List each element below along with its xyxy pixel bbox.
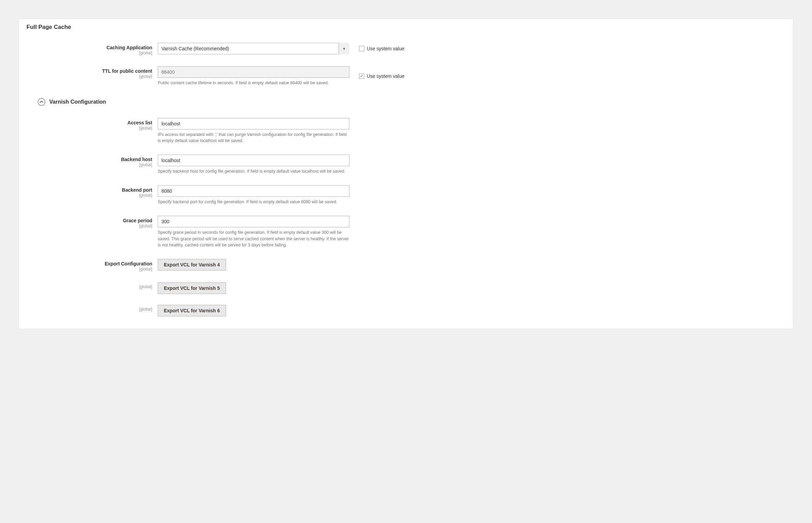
scope-label: [global] — [22, 51, 152, 55]
scope-label: [global] — [22, 193, 152, 198]
full-page-cache-panel: Full Page Cache Caching Application [glo… — [19, 19, 793, 329]
grace-period-helper: Specify grace period in seconds for conf… — [158, 229, 349, 248]
grace-period-label: Grace period — [123, 218, 152, 223]
backend-host-helper: Specify backend host for config file gen… — [158, 168, 349, 174]
backend-port-input[interactable] — [158, 185, 349, 197]
scope-label: [global] — [22, 267, 152, 272]
access-list-input[interactable] — [158, 118, 349, 129]
backend-port-helper: Specify backend port for config file gen… — [158, 199, 349, 205]
export-vcl-5-button[interactable]: Export VCL for Varnish 5 — [158, 282, 226, 294]
ttl-label: TTL for public content — [102, 68, 152, 74]
ttl-helper: Public content cache lifetime in seconds… — [158, 80, 349, 86]
backend-port-label: Backend port — [122, 187, 152, 193]
checkbox-icon — [359, 46, 364, 51]
collapse-up-icon — [38, 98, 45, 106]
export-vcl-6-button[interactable]: Export VCL for Varnish 6 — [158, 305, 226, 316]
ttl-input — [158, 66, 349, 78]
caching-app-label: Caching Application — [106, 45, 152, 50]
scope-label: [global] — [22, 224, 152, 228]
export-vcl-4-button[interactable]: Export VCL for Varnish 4 — [158, 259, 226, 271]
varnish-config-section-toggle[interactable]: Varnish Configuration — [19, 98, 793, 106]
use-system-label: Use system value — [367, 46, 404, 51]
scope-label: [global] — [22, 284, 152, 289]
ttl-use-system[interactable]: ✓ Use system value — [359, 73, 404, 79]
backend-host-input[interactable] — [158, 155, 349, 166]
scope-label: [global] — [22, 126, 152, 130]
checkbox-checked-icon: ✓ — [359, 73, 364, 79]
config-form: Caching Application [global] Varnish Cac… — [19, 41, 793, 318]
section-title: Varnish Configuration — [49, 99, 106, 105]
export-config-label: Export Configuration — [105, 261, 152, 266]
panel-title: Full Page Cache — [19, 19, 793, 41]
access-list-label: Access list — [127, 120, 152, 125]
scope-label: [global] — [22, 74, 152, 79]
use-system-label: Use system value — [367, 73, 404, 79]
access-list-helper: IPs access list separated with ',' that … — [158, 132, 349, 144]
caching-app-select[interactable]: Varnish Cache (Recommended) — [158, 43, 349, 54]
scope-label: [global] — [22, 162, 152, 167]
caching-app-use-system[interactable]: Use system value — [359, 46, 404, 51]
backend-host-label: Backend host — [121, 157, 152, 162]
grace-period-input[interactable] — [158, 216, 349, 227]
scope-label: [global] — [22, 307, 152, 312]
